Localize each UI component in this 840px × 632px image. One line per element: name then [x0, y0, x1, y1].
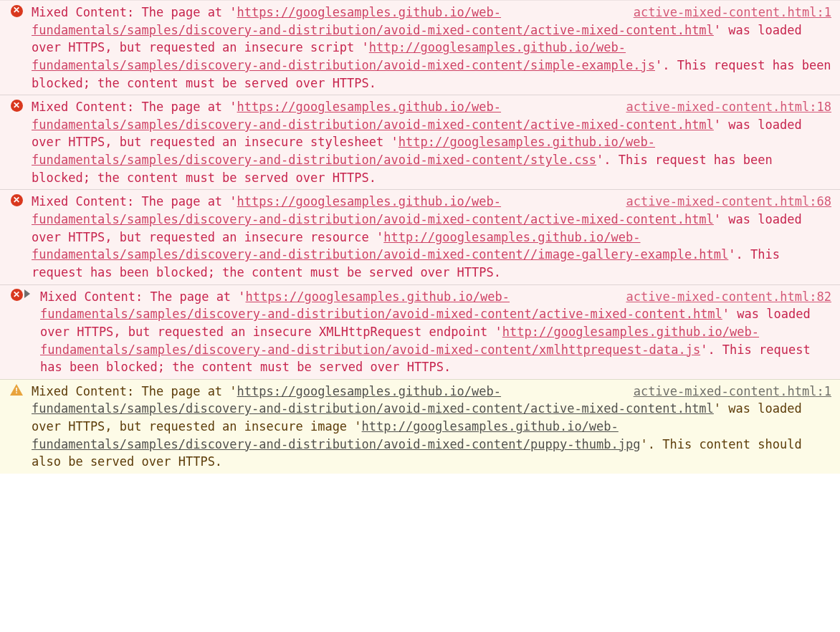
console-message[interactable]: active-mixed-content.html:1Mixed Content… — [0, 379, 840, 474]
console-message[interactable]: ✕active-mixed-content.html:18Mixed Conte… — [0, 95, 840, 189]
warning-icon — [10, 383, 23, 396]
expand-caret-icon[interactable] — [24, 289, 30, 298]
error-icon: ✕ — [10, 99, 23, 112]
console-log: ✕active-mixed-content.html:1Mixed Conten… — [0, 0, 840, 474]
message-source-link[interactable]: active-mixed-content.html:1 — [634, 383, 831, 401]
error-icon: ✕ — [10, 4, 23, 17]
message-source-link[interactable]: active-mixed-content.html:18 — [626, 98, 831, 116]
message-source-link[interactable]: active-mixed-content.html:68 — [626, 193, 831, 211]
error-icon: ✕ — [10, 193, 23, 206]
message-source-link[interactable]: active-mixed-content.html:1 — [634, 4, 831, 21]
console-message[interactable]: ✕active-mixed-content.html:82Mixed Conte… — [0, 284, 840, 379]
message-source-link[interactable]: active-mixed-content.html:82 — [626, 288, 831, 306]
error-icon: ✕ — [10, 289, 23, 302]
console-message[interactable]: ✕active-mixed-content.html:1Mixed Conten… — [0, 0, 840, 95]
console-message[interactable]: ✕active-mixed-content.html:68Mixed Conte… — [0, 189, 840, 284]
